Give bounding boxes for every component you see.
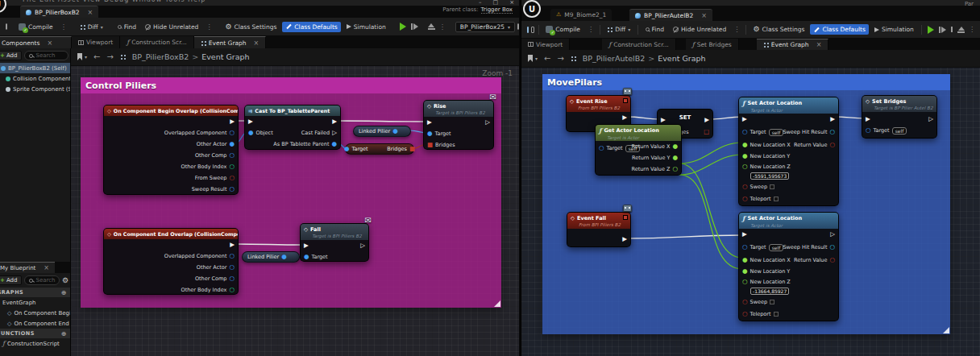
close-tab-icon[interactable]	[701, 12, 707, 19]
delegate-pin[interactable]	[623, 98, 628, 103]
pin-linked-pilier-out[interactable]	[392, 128, 398, 135]
node-set-actor-location-2[interactable]: Set Actor Location Target is Actor Targe…	[738, 212, 839, 321]
tab-my-blueprint[interactable]: My Blueprint	[0, 262, 55, 273]
compile-options-icon[interactable]	[586, 26, 596, 33]
tab-construction-script[interactable]: Construction Scr...	[602, 39, 676, 50]
save-icon[interactable]	[527, 27, 529, 33]
delegate-pin[interactable]	[623, 215, 628, 220]
tab-set-bridges[interactable]: Set Bridges	[686, 39, 739, 50]
simulation-button[interactable]: Simulation	[343, 22, 389, 32]
pin-return-z[interactable]	[672, 166, 678, 172]
tab-event-graph[interactable]: Event Graph	[194, 36, 267, 48]
exec-out-pin[interactable]	[622, 114, 627, 121]
pin-sweep[interactable]	[742, 184, 748, 190]
class-defaults-button[interactable]: Class Defaults	[282, 22, 340, 32]
node-get-actor-location[interactable]: Get Actor Location Target is Actor Targe…	[595, 124, 682, 176]
teleport-checkbox[interactable]	[774, 197, 779, 201]
sweep-checkbox[interactable]	[770, 184, 774, 189]
node-rise[interactable]: ◇Rise Target is BPI Piliers B2 Target Br…	[423, 100, 494, 150]
pin-bridges-out[interactable]	[704, 129, 709, 135]
exec-in-pin[interactable]	[866, 116, 870, 122]
begin-overlap-item[interactable]: On Component Begin Ov	[0, 308, 71, 318]
pin-other-actor[interactable]	[229, 141, 235, 147]
node-begin-overlap[interactable]: ◇On Component Begin Overlap (CollisionCo…	[103, 105, 239, 195]
pin-object[interactable]	[248, 130, 254, 136]
minimize-button[interactable]: –	[479, 0, 482, 6]
resize-handle[interactable]	[494, 300, 500, 307]
component-item-sprite[interactable]: Sprite Component (S	[0, 84, 71, 94]
tab-bp-pilierboxb2[interactable]: BP_PilierBoxB2	[20, 6, 98, 18]
play-button[interactable]	[400, 23, 406, 31]
exec-in-pin[interactable]	[248, 118, 253, 125]
component-item-collision[interactable]: Collision Component (C	[0, 73, 71, 84]
exec-in-pin[interactable]	[304, 242, 309, 249]
frame-skip-button[interactable]	[411, 23, 418, 30]
play-options-icon[interactable]	[438, 23, 447, 31]
node-set-actor-location-1[interactable]: Set Actor Location Target is Actor Targe…	[738, 97, 839, 206]
teleport-checkbox[interactable]	[774, 312, 779, 317]
functions-section-header[interactable]: FUNCTIONS	[0, 329, 71, 338]
pin-other-body-index[interactable]	[229, 287, 235, 293]
exec-in-pin[interactable]	[742, 116, 747, 122]
find-button[interactable]: Find	[114, 22, 139, 32]
close-tab-icon[interactable]	[88, 9, 93, 16]
pin-target[interactable]	[742, 244, 748, 250]
tab-viewport[interactable]: Viewport	[521, 39, 570, 50]
pin-teleport[interactable]	[742, 311, 748, 317]
resize-handle[interactable]	[943, 327, 949, 333]
node-set-bridges-function[interactable]: ◇Set Bridges Target is BP Pilier Autel B…	[862, 95, 937, 139]
pin-sweep[interactable]	[742, 299, 748, 305]
eventgraph-item[interactable]: EventGraph	[0, 297, 71, 308]
cast-failed-exec-pin[interactable]	[332, 130, 337, 136]
pin-sweep-hit-result[interactable]	[829, 244, 835, 250]
sweep-checkbox[interactable]	[770, 300, 774, 304]
pin-other-comp[interactable]	[229, 152, 235, 159]
pin-sweep-hit-result[interactable]	[829, 129, 835, 135]
hide-unrelated-button[interactable]: Hide Unrelated	[670, 24, 729, 35]
compile-button[interactable]: Compile	[542, 24, 583, 35]
node-end-overlap[interactable]: ◇On Component End Overlap (CollisionComp…	[103, 228, 239, 295]
tab-event-graph[interactable]: Event Graph	[757, 39, 829, 50]
back-button[interactable]: ←	[93, 53, 100, 61]
pin-other-comp[interactable]	[229, 275, 235, 282]
exec-out-pin[interactable]	[230, 118, 235, 125]
menu-items[interactable]: File Edit Asset View Debug Window Tools …	[23, 0, 206, 3]
add-component-button[interactable]: Add	[0, 51, 22, 60]
close-tab-icon[interactable]	[47, 39, 52, 47]
class-settings-button[interactable]: Class Settings	[750, 24, 808, 35]
browse-to-debug-icon[interactable]	[517, 23, 519, 30]
frame-skip-button[interactable]	[939, 27, 946, 33]
node-fall[interactable]: ◇Fall Target is BPI Piliers B2 Target	[300, 223, 369, 262]
simulation-button[interactable]: Simulation	[871, 24, 917, 35]
compile-button[interactable]: Compile	[15, 22, 56, 32]
forward-button[interactable]: →	[557, 55, 563, 63]
breadcrumb-root[interactable]: BP_PilierAutelB2	[583, 54, 645, 63]
end-overlap-item[interactable]: On Component End Over	[0, 318, 71, 329]
pin-target[interactable]	[866, 127, 871, 134]
exec-out-pin[interactable]	[830, 231, 835, 238]
add-function-icon[interactable]	[61, 330, 67, 337]
close-tab-icon[interactable]	[254, 39, 260, 47]
compile-options-icon[interactable]	[59, 23, 69, 31]
bookmarks-button[interactable]	[528, 55, 538, 62]
tab-components[interactable]: Components	[0, 36, 72, 48]
pin-return-y[interactable]	[672, 155, 678, 161]
pin-target[interactable]	[742, 129, 748, 135]
tab-bp-pilierautelb2[interactable]: BP_PilierAutelB2	[629, 9, 712, 21]
browser-icon[interactable]	[531, 27, 534, 33]
construction-script-item[interactable]: ConstructionScript	[0, 338, 71, 349]
pin-new-location-y[interactable]	[742, 268, 748, 275]
gear-icon[interactable]	[62, 277, 69, 284]
pin-return-value[interactable]	[829, 257, 835, 263]
pin-overlapped-component[interactable]	[229, 253, 235, 259]
forward-button[interactable]: →	[106, 53, 113, 61]
graphs-section-header[interactable]: GRAPHS	[0, 288, 71, 297]
add-blueprint-item-button[interactable]: Add	[0, 275, 22, 285]
comment-title[interactable]: Control Piliers	[81, 77, 501, 93]
close-button[interactable]: ×	[509, 0, 514, 6]
node-get-linked-pilier[interactable]: Linked Pilier	[353, 126, 411, 137]
find-button[interactable]: Find	[642, 24, 667, 35]
exec-out-pin[interactable]	[360, 242, 365, 249]
exec-out-pin[interactable]	[230, 242, 235, 248]
pin-other-actor[interactable]	[229, 264, 235, 271]
